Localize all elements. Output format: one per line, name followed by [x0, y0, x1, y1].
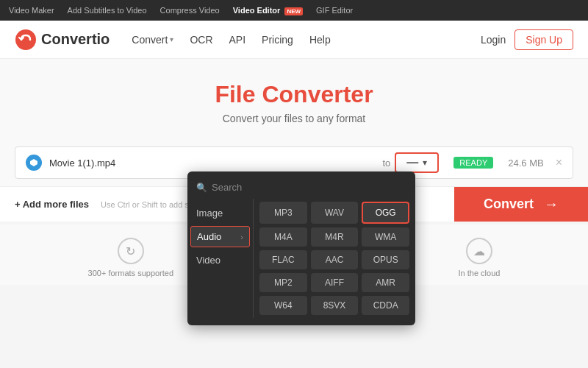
login-button[interactable]: Login: [481, 34, 506, 46]
format-btn-m4r[interactable]: M4R: [311, 227, 359, 247]
format-btn-wav[interactable]: WAV: [311, 202, 359, 224]
nav-convert[interactable]: Convert ▾: [132, 34, 173, 46]
svg-marker-1: [30, 159, 37, 166]
nav-right: Login Sign Up: [481, 29, 573, 50]
close-file-button[interactable]: ×: [556, 156, 562, 169]
hero-title: File Converter: [0, 81, 588, 108]
footer-item-formats: ↻ 300+ formats supported: [88, 238, 174, 277]
dropdown-formats-grid: MP3WAVOGGM4AM4RWMAFLACAACOPUSMP2AIFFAMRW…: [254, 199, 415, 318]
logo-icon: [15, 29, 37, 51]
ready-badge: READY: [453, 157, 493, 169]
add-files-button[interactable]: + Add more files: [15, 199, 89, 210]
format-dash: —: [406, 156, 418, 169]
file-convert-section: Movie 1(1).mp4 to — ▾ READY 24.6 MB × 🔍 …: [0, 139, 588, 222]
format-btn-w64[interactable]: W64: [259, 296, 307, 315]
search-icon: 🔍: [196, 183, 207, 193]
format-btn-amr[interactable]: AMR: [362, 273, 409, 292]
format-btn-mp3[interactable]: MP3: [259, 202, 307, 224]
hero-subtitle: Convert your files to any format: [0, 113, 588, 124]
topbar-gif-editor[interactable]: GIF Editor: [316, 6, 353, 15]
nav-pricing[interactable]: Pricing: [262, 34, 293, 46]
dropdown-categories: Image Audio › Video: [187, 199, 254, 318]
topbar-video-editor[interactable]: Video Editor NEW: [233, 6, 303, 15]
new-badge: NEW: [284, 7, 303, 15]
topbar-add-subtitles[interactable]: Add Subtitles to Video: [68, 6, 147, 15]
footer-cloud-label: In the cloud: [459, 269, 501, 277]
format-btn-aac[interactable]: AAC: [311, 250, 359, 269]
category-video[interactable]: Video: [187, 249, 253, 272]
nav-api[interactable]: API: [229, 34, 246, 46]
category-audio[interactable]: Audio ›: [190, 226, 250, 247]
format-dropdown: 🔍 Image Audio › Video MP3WAVOGGM4AM4RWMA…: [187, 171, 415, 325]
format-btn-aiff[interactable]: AIFF: [311, 273, 359, 292]
nav-help[interactable]: Help: [309, 34, 331, 46]
top-bar: Video Maker Add Subtitles to Video Compr…: [0, 0, 588, 21]
convert-button-label: Convert: [484, 197, 534, 212]
convert-arrow-icon: →: [544, 196, 559, 213]
format-btn-ogg[interactable]: OGG: [362, 202, 409, 224]
nav-links: Convert ▾ OCR API Pricing Help: [132, 34, 481, 46]
convert-button[interactable]: Convert →: [454, 187, 588, 222]
to-label: to: [382, 158, 390, 169]
format-btn-wma[interactable]: WMA: [362, 227, 409, 247]
category-arrow-icon: ›: [240, 233, 243, 241]
logo[interactable]: Convertio: [15, 29, 110, 51]
dropdown-search-container: 🔍: [187, 179, 415, 199]
format-search-input[interactable]: [212, 182, 406, 193]
main-nav: Convertio Convert ▾ OCR API Pricing Help…: [0, 21, 588, 59]
convert-arrow-icon: ▾: [170, 35, 173, 43]
signup-button[interactable]: Sign Up: [514, 29, 573, 50]
topbar-compress-video[interactable]: Compress Video: [160, 6, 220, 15]
nav-ocr[interactable]: OCR: [190, 34, 212, 46]
category-image[interactable]: Image: [187, 202, 253, 224]
file-size: 24.6 MB: [508, 158, 543, 169]
format-btn-flac[interactable]: FLAC: [259, 250, 307, 269]
format-selector[interactable]: — ▾: [395, 152, 439, 173]
format-btn-cdda[interactable]: CDDA: [362, 296, 409, 315]
topbar-video-maker[interactable]: Video Maker: [9, 6, 54, 15]
hero-section: File Converter Convert your files to any…: [0, 59, 588, 139]
format-btn-m4a[interactable]: M4A: [259, 227, 307, 247]
footer-formats-label: 300+ formats supported: [88, 269, 174, 277]
svg-point-0: [15, 29, 36, 50]
refresh-icon: ↻: [118, 238, 144, 264]
logo-text: Convertio: [41, 31, 110, 48]
format-btn-mp2[interactable]: MP2: [259, 273, 307, 292]
format-btn-8svx[interactable]: 8SVX: [311, 296, 359, 315]
file-type-icon: [26, 155, 42, 171]
format-btn-opus[interactable]: OPUS: [362, 250, 409, 269]
cloud-upload-icon: ☁: [466, 238, 492, 264]
footer-item-cloud: ☁ In the cloud: [459, 238, 501, 277]
format-dropdown-arrow-icon: ▾: [423, 158, 427, 168]
file-name: Movie 1(1).mp4: [49, 158, 382, 169]
dropdown-body: Image Audio › Video MP3WAVOGGM4AM4RWMAFL…: [187, 199, 415, 318]
